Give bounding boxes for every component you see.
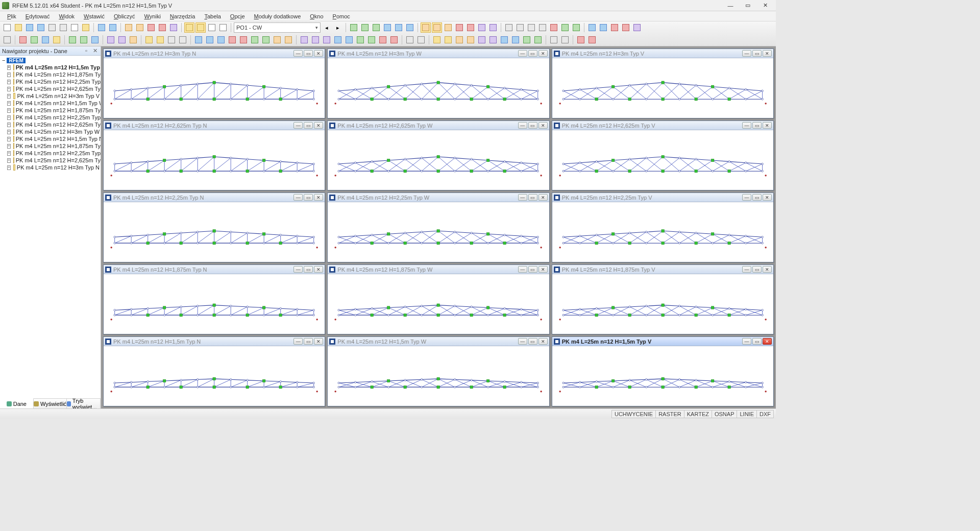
child-close[interactable]: ✕ xyxy=(763,194,772,201)
status-kartez[interactable]: KARTEZ xyxy=(684,410,712,418)
menu-moduły dodatkowe[interactable]: Moduły dodatkowe xyxy=(250,12,305,20)
status-raster[interactable]: RASTER xyxy=(655,410,684,418)
child-viewport[interactable] xyxy=(552,346,773,406)
mdi-child[interactable]: PK m4 L=25m n=12 H=1,5m Typ N—▭✕ xyxy=(103,336,325,406)
tb-i1[interactable] xyxy=(504,22,514,33)
tb-print[interactable] xyxy=(47,22,57,33)
tb2-p[interactable] xyxy=(193,35,204,45)
tb2-w[interactable] xyxy=(272,35,282,45)
nav-item[interactable]: +PK m4 L=25m n=12 H=1,875m Typ V xyxy=(0,71,101,78)
expand-icon[interactable]: + xyxy=(7,108,11,113)
tb-i2[interactable] xyxy=(515,22,525,33)
child-minimize[interactable]: — xyxy=(742,50,751,57)
tb2-b[interactable] xyxy=(18,35,28,45)
child-minimize[interactable]: — xyxy=(293,266,303,273)
expand-icon[interactable]: + xyxy=(7,80,11,84)
tb2-g[interactable] xyxy=(79,35,89,45)
child-close[interactable]: ✕ xyxy=(538,266,548,273)
child-maximize[interactable]: ▭ xyxy=(528,266,537,273)
tb2-aa[interactable] xyxy=(322,35,332,45)
expand-icon[interactable]: − xyxy=(2,57,5,63)
menu-narzędzia[interactable]: Narzędzia xyxy=(166,12,200,20)
tb-i6[interactable] xyxy=(560,22,570,33)
child-minimize[interactable]: — xyxy=(742,266,751,273)
tb2-ar[interactable] xyxy=(522,35,532,45)
nav-item[interactable]: +PK m4 L=25m n=12 H=2,25m Typ W xyxy=(0,114,101,121)
tb-saveall[interactable] xyxy=(36,22,46,33)
child-titlebar[interactable]: PK m4 L=25m n=12 H=1,875m Typ V—▭✕ xyxy=(552,265,773,274)
child-close[interactable]: ✕ xyxy=(314,194,323,201)
child-maximize[interactable]: ▭ xyxy=(304,122,313,129)
child-viewport[interactable] xyxy=(328,130,549,190)
nav-tab-1[interactable]: Wyświetlić xyxy=(34,399,67,408)
child-maximize[interactable]: ▭ xyxy=(752,338,762,345)
tb-g3[interactable] xyxy=(371,22,381,33)
child-close[interactable]: ✕ xyxy=(538,122,548,129)
tb2-f[interactable] xyxy=(67,35,78,45)
tb-save[interactable] xyxy=(24,22,35,33)
tb-j1[interactable] xyxy=(587,22,597,33)
tb-h2[interactable] xyxy=(432,22,442,33)
child-titlebar[interactable]: PK m4 L=25m n=12 H=2,25m Typ V—▭✕ xyxy=(552,193,773,202)
mdi-child[interactable]: PK m4 L=25m n=12 H=1,5m Typ W—▭✕ xyxy=(327,336,549,406)
mdi-child[interactable]: PK m4 L=25m n=12 H=3m Typ V—▭✕ xyxy=(552,49,774,118)
minimize-button[interactable]: — xyxy=(722,1,739,11)
tb-i4[interactable] xyxy=(537,22,548,33)
menu-widok[interactable]: Widok xyxy=(55,12,79,20)
tb2-ah[interactable] xyxy=(405,35,415,45)
nav-item[interactable]: +PK m4 L=25m n=12 H=1,875m Typ W xyxy=(0,107,101,114)
tb-e[interactable] xyxy=(168,22,179,33)
child-viewport[interactable] xyxy=(104,346,325,406)
tb2-v[interactable] xyxy=(261,35,271,45)
tb2-c[interactable] xyxy=(29,35,39,45)
child-viewport[interactable] xyxy=(328,346,549,406)
expand-icon[interactable]: + xyxy=(7,144,11,149)
tb-win-cascade[interactable] xyxy=(207,22,217,33)
expand-icon[interactable]: + xyxy=(7,94,11,99)
status-osnap[interactable]: OSNAP xyxy=(712,410,738,418)
tb-c[interactable] xyxy=(146,22,156,33)
mdi-child[interactable]: PK m4 L=25m n=12 H=3m Typ N—▭✕ xyxy=(103,49,325,118)
child-minimize[interactable]: — xyxy=(518,50,527,57)
expand-icon[interactable]: + xyxy=(7,165,11,170)
child-maximize[interactable]: ▭ xyxy=(528,338,537,345)
child-viewport[interactable] xyxy=(328,202,549,262)
child-viewport[interactable] xyxy=(104,274,325,334)
tb-undo[interactable] xyxy=(96,22,107,33)
tb2-u[interactable] xyxy=(250,35,260,45)
tb2-an[interactable] xyxy=(477,35,487,45)
child-minimize[interactable]: — xyxy=(293,122,303,129)
tb2-i[interactable] xyxy=(106,35,116,45)
mdi-child[interactable]: PK m4 L=25m n=12 H=2,25m Typ W—▭✕ xyxy=(327,192,549,262)
tb2-ak[interactable] xyxy=(443,35,453,45)
tb2-o[interactable] xyxy=(178,35,188,45)
nav-item[interactable]: +PK m4 L=25m n=12 H=3m Typ W xyxy=(0,128,101,135)
child-maximize[interactable]: ▭ xyxy=(304,50,313,57)
nav-item[interactable]: +PK m4 L=25m n=12 H=3m Typ V xyxy=(0,92,101,100)
tb2-al[interactable] xyxy=(454,35,464,45)
expand-icon[interactable]: + xyxy=(7,123,11,127)
child-close[interactable]: ✕ xyxy=(763,50,772,57)
expand-icon[interactable]: + xyxy=(7,130,11,134)
tb2-ao[interactable] xyxy=(488,35,498,45)
tb-h6[interactable] xyxy=(477,22,487,33)
child-close[interactable]: ✕ xyxy=(314,122,323,129)
tb-j4[interactable] xyxy=(621,22,631,33)
child-close[interactable]: ✕ xyxy=(763,338,772,345)
child-minimize[interactable]: — xyxy=(518,122,527,129)
child-minimize[interactable]: — xyxy=(518,194,527,201)
tb2-e[interactable] xyxy=(52,35,62,45)
mdi-child[interactable]: PK m4 L=25m n=12 H=2,625m Typ V—▭✕ xyxy=(552,120,774,190)
tb-h3[interactable] xyxy=(443,22,453,33)
expand-icon[interactable]: + xyxy=(7,137,11,141)
mdi-child[interactable]: PK m4 L=25m n=12 H=1,875m Typ V—▭✕ xyxy=(552,264,774,334)
tb2-s[interactable] xyxy=(227,35,237,45)
mdi-child[interactable]: PK m4 L=25m n=12 H=1,5m Typ V—▭✕ xyxy=(552,336,774,406)
tb-d[interactable] xyxy=(157,22,167,33)
tb2-q[interactable] xyxy=(205,35,215,45)
tb2-n[interactable] xyxy=(166,35,177,45)
tb-b[interactable] xyxy=(135,22,145,33)
nav-item[interactable]: +PK m4 L=25m n=12 H=3m Typ N xyxy=(0,164,101,171)
child-maximize[interactable]: ▭ xyxy=(304,338,313,345)
child-close[interactable]: ✕ xyxy=(314,50,323,57)
